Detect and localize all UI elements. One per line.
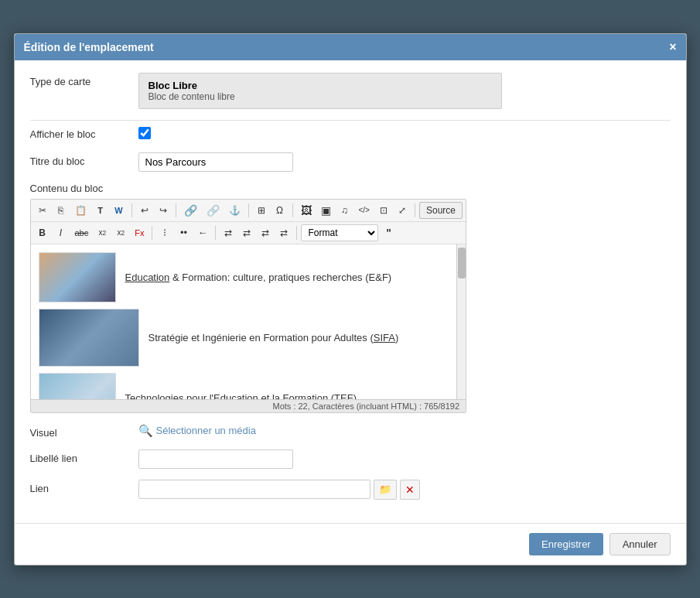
undo-button[interactable]: ↩ xyxy=(136,202,153,219)
libelle-lien-label: Libellé lien xyxy=(30,449,138,464)
afficher-bloc-control xyxy=(138,125,671,142)
lien-row: Lien 📁 ✕ xyxy=(30,480,671,500)
editor-container: ✂ ⎘ 📋 T W ↩ ↪ 🔗 🔗 ⚓ ⊞ Ω 🖼 xyxy=(30,199,467,413)
contenu-bloc-label: Contenu du bloc xyxy=(30,183,104,194)
dialog-title: Édition de l'emplacement xyxy=(24,41,154,53)
afficher-bloc-label: Afficher le bloc xyxy=(30,125,138,140)
unlink-button[interactable]: 🔗 xyxy=(203,202,224,219)
lien-browse-button[interactable]: 📁 xyxy=(374,480,397,500)
bold-button[interactable]: B xyxy=(34,224,51,241)
anchor-button[interactable]: ⚓ xyxy=(225,202,244,219)
indent-less-button[interactable]: ← xyxy=(193,224,211,241)
toolbar-sep-8 xyxy=(296,226,297,240)
item-image-1 xyxy=(39,252,116,302)
strikethrough-button[interactable]: abc xyxy=(71,224,93,241)
visuel-row: Visuel 🔍 Sélectionner un média xyxy=(30,424,671,439)
select-media-label: Sélectionner un média xyxy=(156,425,256,436)
titre-bloc-row: Titre du bloc xyxy=(30,152,671,172)
titre-bloc-input[interactable] xyxy=(138,152,293,172)
contenu-bloc-row: Contenu du bloc ✂ ⎘ 📋 T W ↩ ↪ 🔗 🔗 ⚓ xyxy=(30,183,671,413)
list-item: Stratégie et Ingénierie en Formation pou… xyxy=(39,309,459,367)
item-text-2: Stratégie et Ingénierie en Formation pou… xyxy=(149,332,399,343)
lien-label: Lien xyxy=(30,480,138,494)
italic-button[interactable]: I xyxy=(53,224,70,241)
select-media-link[interactable]: 🔍 Sélectionner un média xyxy=(138,424,671,438)
lien-clear-button[interactable]: ✕ xyxy=(400,480,420,500)
editor-content[interactable]: Education & Formation: culture, pratique… xyxy=(31,244,466,399)
remove-format-button[interactable]: Fx xyxy=(131,224,148,241)
editor-toolbar-row1: ✂ ⎘ 📋 T W ↩ ↪ 🔗 🔗 ⚓ ⊞ Ω 🖼 xyxy=(31,200,466,222)
list-item: Technologies pour l'Education et la Form… xyxy=(39,373,459,399)
search-icon: 🔍 xyxy=(138,424,153,438)
template-button[interactable]: ⊡ xyxy=(375,202,392,219)
link-button[interactable]: 🔗 xyxy=(180,202,201,219)
embed-button[interactable]: </> xyxy=(355,202,374,219)
type-carte-row: Type de carte Bloc Libre Bloc de contenu… xyxy=(30,73,671,109)
omega-button[interactable]: Ω xyxy=(271,202,289,219)
superscript-button[interactable]: x2 xyxy=(112,224,129,241)
subscript-button[interactable]: x2 xyxy=(94,224,111,241)
image-button[interactable]: 🖼 xyxy=(297,202,316,219)
toolbar-sep-5 xyxy=(415,203,415,217)
editor-scrollbar-thumb[interactable] xyxy=(458,248,466,278)
toolbar-sep-2 xyxy=(176,203,176,217)
close-button[interactable]: × xyxy=(669,40,676,54)
toolbar-sep-6 xyxy=(152,226,152,240)
libelle-lien-row: Libellé lien xyxy=(30,449,671,469)
afficher-bloc-row: Afficher le bloc xyxy=(30,125,671,142)
titre-bloc-label: Titre du bloc xyxy=(30,152,138,167)
editor-statusbar: Mots : 22, Caractères (incluant HTML) : … xyxy=(31,399,466,412)
enregistrer-button[interactable]: Enregistrer xyxy=(529,533,603,555)
lien-input-row: 📁 ✕ xyxy=(138,480,671,500)
editor-relative: Education & Formation: culture, pratique… xyxy=(31,244,466,399)
item-image-2 xyxy=(39,309,139,367)
carte-type-subtitle: Bloc de contenu libre xyxy=(149,91,492,102)
paste-word-button[interactable]: W xyxy=(111,202,128,219)
visuel-label: Visuel xyxy=(30,424,138,439)
content-items-list: Education & Formation: culture, pratique… xyxy=(39,252,459,399)
toolbar-sep-1 xyxy=(131,203,132,217)
times-icon: ✕ xyxy=(405,484,415,496)
titre-bloc-control xyxy=(138,152,671,172)
editor-scrollbar-track[interactable] xyxy=(456,244,466,399)
format-select[interactable]: Format Heading 1 Heading 2 Heading 3 Pre… xyxy=(301,224,378,241)
lien-input[interactable] xyxy=(138,480,370,499)
justify-button[interactable]: ⇄ xyxy=(275,224,292,241)
annuler-button[interactable]: Annuler xyxy=(610,533,671,555)
dialog-body: Type de carte Bloc Libre Bloc de contenu… xyxy=(15,60,686,523)
carte-type-box: Bloc Libre Bloc de contenu libre xyxy=(138,73,502,109)
align-right-button[interactable]: ⇄ xyxy=(257,224,274,241)
item-image-3 xyxy=(39,373,116,399)
visuel-control: 🔍 Sélectionner un média xyxy=(138,424,671,438)
libelle-lien-input[interactable] xyxy=(138,449,293,469)
source-button[interactable]: Source xyxy=(419,202,463,219)
align-center-button[interactable]: ⇄ xyxy=(238,224,255,241)
divider-1 xyxy=(30,120,671,121)
statusbar-text: Mots : 22, Caractères (incluant HTML) : … xyxy=(273,402,460,411)
toolbar-sep-3 xyxy=(248,203,249,217)
blockquote-button[interactable]: " xyxy=(380,224,397,241)
item-text-3: Technologies pour l'Education et la Form… xyxy=(125,392,357,399)
media-button[interactable]: ▣ xyxy=(317,202,335,219)
carte-type-title: Bloc Libre xyxy=(149,80,492,91)
folder-icon: 📁 xyxy=(379,484,391,495)
libelle-lien-control xyxy=(138,449,671,469)
toolbar-sep-4 xyxy=(292,203,293,217)
align-left-button[interactable]: ⇄ xyxy=(220,224,237,241)
table-button[interactable]: ⊞ xyxy=(253,202,270,219)
copy-button[interactable]: ⎘ xyxy=(53,202,70,219)
ul-button[interactable]: •• xyxy=(175,224,192,241)
paste-button[interactable]: 📋 xyxy=(71,202,90,219)
dialog: Édition de l'emplacement × Type de carte… xyxy=(14,33,687,566)
ol-button[interactable]: ⁝ xyxy=(156,224,173,241)
audio-button[interactable]: ♫ xyxy=(336,202,353,219)
lien-control: 📁 ✕ xyxy=(138,480,671,500)
fullscreen-button[interactable]: ⤢ xyxy=(394,202,411,219)
type-carte-control: Bloc Libre Bloc de contenu libre xyxy=(138,73,671,109)
paste-text-button[interactable]: T xyxy=(92,202,109,219)
afficher-bloc-checkbox[interactable] xyxy=(138,127,151,139)
toolbar-sep-7 xyxy=(215,226,216,240)
cut-button[interactable]: ✂ xyxy=(34,202,51,219)
redo-button[interactable]: ↪ xyxy=(155,202,172,219)
item-text-1: Education & Formation: culture, pratique… xyxy=(125,272,392,283)
